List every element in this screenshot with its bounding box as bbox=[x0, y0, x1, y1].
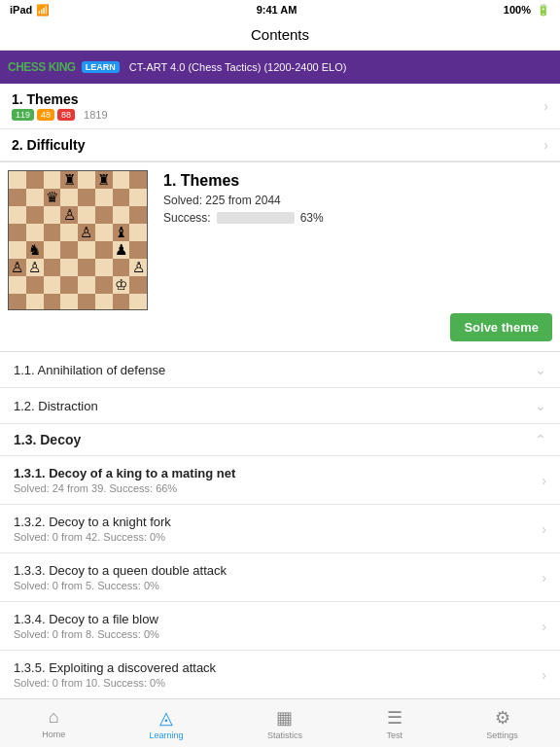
tab-item-settings[interactable]: ⚙Settings bbox=[478, 703, 526, 744]
list-item-sub: Solved: 0 from 10. Success: 0% bbox=[14, 677, 542, 689]
chess-cell bbox=[95, 224, 113, 241]
chess-cell: ♙ bbox=[26, 259, 44, 276]
tab-item-learning[interactable]: ◬Learning bbox=[142, 703, 192, 744]
chess-board-container: ♜♜♛♙♙♝♞♟♙♙♙♔ bbox=[0, 162, 156, 351]
tab-label-test: Test bbox=[386, 730, 402, 740]
chess-cell bbox=[129, 206, 147, 224]
tab-label-home: Home bbox=[42, 729, 65, 739]
sidebar-item-themes[interactable]: 1. Themes 119 48 88 1819 › bbox=[0, 84, 560, 129]
chess-cell bbox=[129, 294, 147, 309]
app-logo: CHESS KING LEARN bbox=[8, 60, 120, 74]
chess-cell bbox=[44, 241, 61, 259]
chess-cell bbox=[9, 189, 26, 206]
chess-cell bbox=[44, 206, 61, 224]
tab-item-test[interactable]: ☰Test bbox=[378, 703, 410, 744]
chess-cell: ♜ bbox=[60, 171, 78, 189]
list-item[interactable]: 1.3.5. Exploiting a discovered attackSol… bbox=[0, 651, 560, 698]
status-bar-left: iPad 📶 bbox=[10, 4, 50, 17]
chess-cell: ♙ bbox=[60, 206, 78, 224]
chess-cell bbox=[95, 259, 113, 276]
learning-icon: ◬ bbox=[159, 707, 173, 729]
chess-cell: ♞ bbox=[26, 241, 44, 259]
status-bar-time: 9:41 AM bbox=[257, 4, 298, 16]
chess-cell bbox=[26, 294, 44, 309]
list-item[interactable]: 1.1. Annihilation of defense⌄ bbox=[0, 352, 560, 388]
list-item[interactable]: 1.3.2. Decoy to a knight forkSolved: 0 f… bbox=[0, 505, 560, 553]
list-item[interactable]: 1.2. Distraction⌄ bbox=[0, 388, 560, 424]
chess-cell bbox=[60, 276, 78, 294]
main-content: 1. Themes 119 48 88 1819 › 2. Difficulty… bbox=[0, 84, 560, 698]
status-bar: iPad 📶 9:41 AM 100% 🔋 bbox=[0, 0, 560, 19]
chess-cell bbox=[113, 206, 130, 224]
chess-cell bbox=[9, 276, 26, 294]
chess-cell: ♔ bbox=[113, 276, 130, 294]
tab-label-settings: Settings bbox=[486, 730, 518, 740]
list-item-chevron-icon: ⌄ bbox=[535, 398, 546, 413]
wifi-icon: 📶 bbox=[36, 4, 50, 17]
list-item-title: 1.2. Distraction bbox=[14, 399, 535, 413]
list-item[interactable]: 1.3. Decoy⌃ bbox=[0, 424, 560, 456]
tab-bar: ⌂Home◬Learning▦Statistics☰Test⚙Settings bbox=[0, 698, 560, 747]
chess-cell bbox=[44, 259, 61, 276]
chess-cell bbox=[78, 241, 95, 259]
settings-icon: ⚙ bbox=[495, 707, 510, 729]
chess-cell bbox=[60, 189, 78, 206]
chess-cell bbox=[129, 224, 147, 241]
success-label: Success: bbox=[163, 211, 211, 225]
solve-theme-button[interactable]: Solve theme bbox=[450, 313, 552, 341]
chess-cell bbox=[78, 259, 95, 276]
chess-cell bbox=[9, 241, 26, 259]
logo-chess-text: CHESS KING bbox=[8, 60, 76, 74]
list-item-chevron-icon: › bbox=[542, 521, 546, 537]
chess-cell: ♜ bbox=[95, 171, 113, 189]
list-item-chevron-icon: › bbox=[542, 619, 546, 634]
list-item-sub: Solved: 0 from 42. Success: 0% bbox=[14, 531, 542, 543]
theme-solved: Solved: 225 from 2044 bbox=[163, 194, 552, 207]
chess-cell bbox=[60, 259, 78, 276]
list-container[interactable]: 1.1. Annihilation of defense⌄1.2. Distra… bbox=[0, 352, 560, 698]
chess-cell bbox=[95, 276, 113, 294]
chess-cell: ♟ bbox=[113, 241, 130, 259]
list-item-chevron-icon: › bbox=[542, 667, 546, 683]
tab-item-home[interactable]: ⌂Home bbox=[34, 703, 73, 743]
chess-cell bbox=[129, 276, 147, 294]
list-item[interactable]: 1.3.4. Decoy to a file blowSolved: 0 fro… bbox=[0, 602, 560, 651]
status-bar-right: 100% 🔋 bbox=[504, 4, 550, 17]
chess-cell: ♝ bbox=[113, 224, 130, 241]
chess-cell bbox=[129, 189, 147, 206]
test-icon: ☰ bbox=[387, 707, 402, 729]
chess-cell bbox=[95, 294, 113, 309]
list-item[interactable]: 1.3.3. Decoy to a queen double attackSol… bbox=[0, 553, 560, 602]
theme-success: Success: 63% bbox=[163, 211, 552, 225]
chess-cell bbox=[26, 206, 44, 224]
tab-label-statistics: Statistics bbox=[267, 730, 302, 740]
chess-cell: ♙ bbox=[78, 224, 95, 241]
success-pct: 63% bbox=[300, 211, 324, 225]
battery-icon: 🔋 bbox=[537, 4, 550, 17]
chess-cell bbox=[9, 206, 26, 224]
tab-item-statistics[interactable]: ▦Statistics bbox=[260, 703, 310, 744]
statistics-icon: ▦ bbox=[276, 707, 293, 729]
list-item-chevron-icon: ⌃ bbox=[535, 432, 546, 447]
chess-cell bbox=[44, 276, 61, 294]
list-item-chevron-icon: ⌄ bbox=[535, 362, 546, 377]
chess-cell bbox=[113, 259, 130, 276]
home-icon: ⌂ bbox=[49, 707, 59, 728]
page-header: Contents bbox=[0, 19, 560, 51]
top-nav: CHESS KING LEARN CT-ART 4.0 (Chess Tacti… bbox=[0, 51, 560, 84]
list-item-sub: Solved: 0 from 5. Success: 0% bbox=[14, 580, 542, 591]
sidebar-item-difficulty[interactable]: 2. Difficulty › bbox=[0, 129, 560, 161]
list-item-title: 1.3. Decoy bbox=[14, 432, 535, 447]
chess-cell bbox=[44, 294, 61, 309]
sidebar-item-difficulty-title: 2. Difficulty bbox=[12, 137, 85, 153]
list-item-chevron-icon: › bbox=[542, 473, 546, 488]
list-item-title: 1.3.2. Decoy to a knight fork bbox=[14, 515, 542, 529]
list-item-title: 1.3.1. Decoy of a king to a mating net bbox=[14, 466, 542, 480]
list-item-sub: Solved: 24 from 39. Success: 66% bbox=[14, 482, 542, 494]
chess-cell bbox=[129, 171, 147, 189]
list-item[interactable]: 1.3.1. Decoy of a king to a mating netSo… bbox=[0, 456, 560, 505]
chess-cell: ♛ bbox=[44, 189, 61, 206]
chess-cell bbox=[26, 224, 44, 241]
chess-cell bbox=[78, 171, 95, 189]
chess-cell bbox=[129, 241, 147, 259]
